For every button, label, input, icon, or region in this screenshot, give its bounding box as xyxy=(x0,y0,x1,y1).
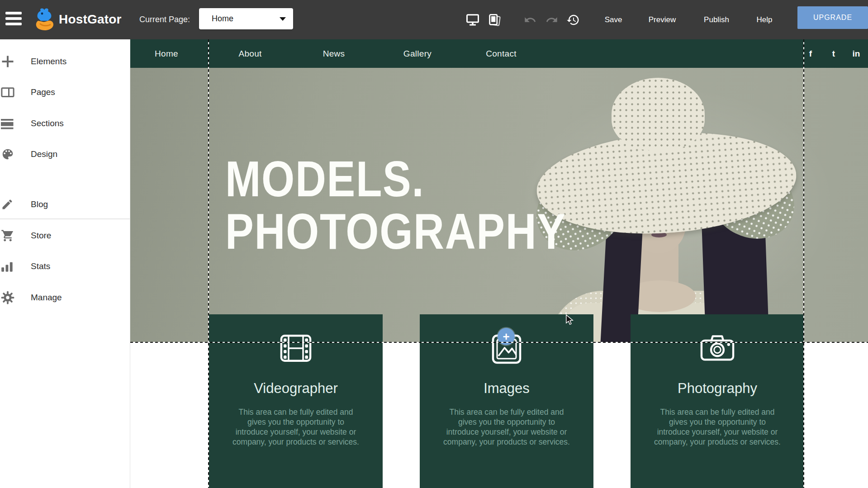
site-nav-home[interactable]: Home xyxy=(155,39,178,68)
desktop-view-icon[interactable] xyxy=(465,0,480,39)
sidebar-item-pages[interactable]: Pages xyxy=(0,77,130,108)
site-navbar: Home About News Gallery Contact f t in xyxy=(130,39,868,68)
sidebar-item-elements[interactable]: Elements xyxy=(0,46,130,77)
undo-icon[interactable] xyxy=(522,0,538,39)
palette-icon xyxy=(1,147,16,161)
redo-icon[interactable] xyxy=(544,0,560,39)
linkedin-icon[interactable]: in xyxy=(853,39,860,68)
site-nav-gallery[interactable]: Gallery xyxy=(403,39,432,68)
twitter-icon[interactable]: t xyxy=(832,39,835,68)
sidebar-item-label: Pages xyxy=(31,87,55,97)
app-window: HostGator Current Page: Home Save Previe… xyxy=(0,0,868,488)
sidebar-item-label: Design xyxy=(31,149,57,159)
hamburger-menu-icon[interactable] xyxy=(5,12,22,26)
mobile-view-icon[interactable] xyxy=(487,0,502,39)
gator-icon xyxy=(34,7,55,32)
card-videographer[interactable]: Videographer This area can be fully edit… xyxy=(209,314,383,488)
sidebar-item-label: Sections xyxy=(31,118,64,128)
upgrade-button[interactable]: UPGRADE xyxy=(797,6,868,29)
site-nav-news[interactable]: News xyxy=(323,39,345,68)
help-button[interactable]: Help xyxy=(757,0,773,39)
card-photography[interactable]: Photography This area can be fully edite… xyxy=(631,314,804,488)
current-page-value: Home xyxy=(212,14,233,24)
card-body[interactable]: This area can be fully edited and gives … xyxy=(631,407,804,447)
chevron-down-icon xyxy=(280,17,286,21)
sidebar-item-stats[interactable]: Stats xyxy=(0,251,130,282)
selection-outline-bottom xyxy=(130,342,868,343)
hostgator-logo: HostGator xyxy=(34,6,122,33)
sidebar-item-design[interactable]: Design xyxy=(0,139,130,170)
current-page-select[interactable]: Home xyxy=(199,8,293,29)
sidebar-item-sections[interactable]: Sections xyxy=(0,108,130,139)
sidebar-item-label: Stats xyxy=(31,261,50,271)
save-button[interactable]: Save xyxy=(605,0,622,39)
sidebar-item-label: Blog xyxy=(31,199,48,209)
sidebar-item-blog[interactable]: Blog xyxy=(0,189,130,220)
stats-icon xyxy=(1,260,16,273)
selection-outline-left xyxy=(208,39,209,488)
sidebar-item-store[interactable]: Store xyxy=(0,220,130,251)
card-body[interactable]: This area can be fully edited and gives … xyxy=(209,407,383,447)
card-title[interactable]: Videographer xyxy=(209,380,383,397)
film-icon xyxy=(280,334,312,362)
card-body[interactable]: This area can be fully edited and gives … xyxy=(420,407,593,447)
cart-icon xyxy=(1,229,16,242)
site-nav-contact[interactable]: Contact xyxy=(486,39,517,68)
sections-icon xyxy=(1,117,16,130)
selection-outline-right xyxy=(803,39,804,488)
plus-icon xyxy=(1,55,16,68)
builder-sidebar: Elements Pages Sections Design Blog xyxy=(0,39,130,488)
card-title[interactable]: Photography xyxy=(631,380,804,397)
pencil-icon xyxy=(1,198,16,211)
hero-title-line2[interactable]: PHOTOGRAPHY xyxy=(225,206,566,257)
site-canvas: Home About News Gallery Contact f t in xyxy=(130,39,868,488)
card-images[interactable]: + Images This area can be fully edited a… xyxy=(420,314,593,488)
builder-topbar: HostGator Current Page: Home Save Previe… xyxy=(0,0,868,39)
camera-icon xyxy=(700,334,735,361)
facebook-icon[interactable]: f xyxy=(809,39,812,68)
site-nav-about[interactable]: About xyxy=(238,39,261,68)
sidebar-item-label: Elements xyxy=(31,57,66,66)
sidebar-item-label: Manage xyxy=(31,293,62,303)
publish-button[interactable]: Publish xyxy=(704,0,729,39)
mouse-cursor xyxy=(564,314,574,327)
preview-button[interactable]: Preview xyxy=(649,0,676,39)
hero-title-line1[interactable]: MODELS. xyxy=(225,154,424,204)
current-page-label: Current Page: xyxy=(139,0,190,39)
pages-icon xyxy=(1,85,16,99)
brand-name: HostGator xyxy=(59,12,122,27)
hero-section[interactable]: MODELS. PHOTOGRAPHY xyxy=(130,68,868,342)
sidebar-item-manage[interactable]: Manage xyxy=(0,282,130,313)
history-icon[interactable] xyxy=(565,0,581,39)
card-title[interactable]: Images xyxy=(420,380,593,397)
gear-icon xyxy=(1,291,16,304)
sidebar-item-label: Store xyxy=(31,231,51,241)
